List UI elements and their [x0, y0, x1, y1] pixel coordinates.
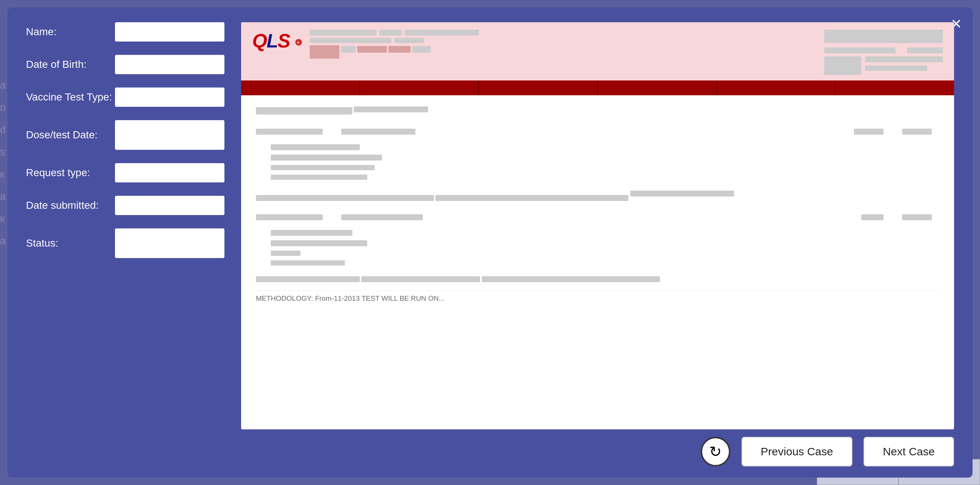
doc-nav-item-3[interactable] — [479, 81, 598, 95]
doc-body: METHODOLOGY: From-11-2013 TEST WILL BE R… — [241, 95, 954, 326]
doc-header-col-right — [824, 30, 943, 75]
doc-section-2 — [256, 129, 939, 182]
doc-header-info — [310, 30, 943, 75]
request-type-input[interactable] — [115, 163, 224, 183]
request-type-row: Request type: — [26, 163, 219, 183]
vaccine-row: Vaccine Test Type: — [26, 87, 219, 107]
document-panel: QLS + — [241, 22, 954, 429]
doc-nav-item-4[interactable] — [598, 81, 717, 95]
form-panel: Name: Date of Birth: Vaccine Test Type: … — [26, 22, 219, 429]
doc-nav-item-6[interactable] — [836, 81, 954, 95]
doc-specimen-detail — [256, 230, 939, 267]
refresh-icon: ↻ — [709, 443, 722, 460]
status-label: Status: — [26, 237, 115, 249]
methodology-text: METHODOLOGY: From-11-2013 TEST WILL BE R… — [256, 290, 939, 306]
dose-date-row: Dose/test Date: — [26, 120, 219, 150]
doc-section-3 — [256, 191, 939, 205]
left-edge-text: andsкака — [0, 74, 6, 252]
name-row: Name: — [26, 22, 219, 41]
previous-case-button[interactable]: Previous Case — [741, 437, 853, 466]
dob-input[interactable] — [115, 55, 224, 74]
vaccine-label: Vaccine Test Type: — [26, 91, 115, 103]
dob-label: Date of Birth: — [26, 59, 115, 70]
vaccine-input[interactable] — [115, 87, 224, 107]
name-label: Name: — [26, 26, 115, 38]
doc-header-col-left — [310, 30, 817, 75]
request-type-label: Request type: — [26, 167, 115, 179]
date-submitted-row: Date submitted: — [26, 196, 219, 215]
status-input[interactable] — [115, 228, 224, 258]
refresh-button[interactable]: ↻ — [701, 437, 730, 466]
doc-header: QLS + — [241, 22, 954, 81]
modal-footer: ↻ Previous Case Next Case — [26, 429, 954, 466]
dose-date-input[interactable] — [115, 120, 224, 150]
logo-icon: + — [295, 38, 302, 46]
doc-nav-bar — [241, 81, 954, 95]
date-submitted-input[interactable] — [115, 196, 224, 215]
name-input[interactable] — [115, 22, 224, 41]
doc-section-1 — [256, 107, 939, 120]
doc-section-5: METHODOLOGY: From-11-2013 TEST WILL BE R… — [256, 276, 939, 306]
status-row: Status: — [26, 228, 219, 258]
next-case-button[interactable]: Next Case — [864, 437, 954, 466]
doc-section-4 — [256, 214, 939, 267]
doc-nav-item-5[interactable] — [717, 81, 836, 95]
date-submitted-label: Date submitted: — [26, 199, 115, 211]
modal: × Name: Date of Birth: Vaccine Test Type… — [8, 7, 972, 478]
doc-nav-item-2[interactable] — [360, 81, 479, 95]
dob-row: Date of Birth: — [26, 55, 219, 74]
modal-content: Name: Date of Birth: Vaccine Test Type: … — [26, 22, 954, 429]
doc-results-detail — [256, 144, 939, 182]
dose-date-label: Dose/test Date: — [26, 129, 115, 141]
doc-logo: QLS + — [252, 30, 302, 52]
doc-nav-item-1[interactable] — [241, 81, 360, 95]
